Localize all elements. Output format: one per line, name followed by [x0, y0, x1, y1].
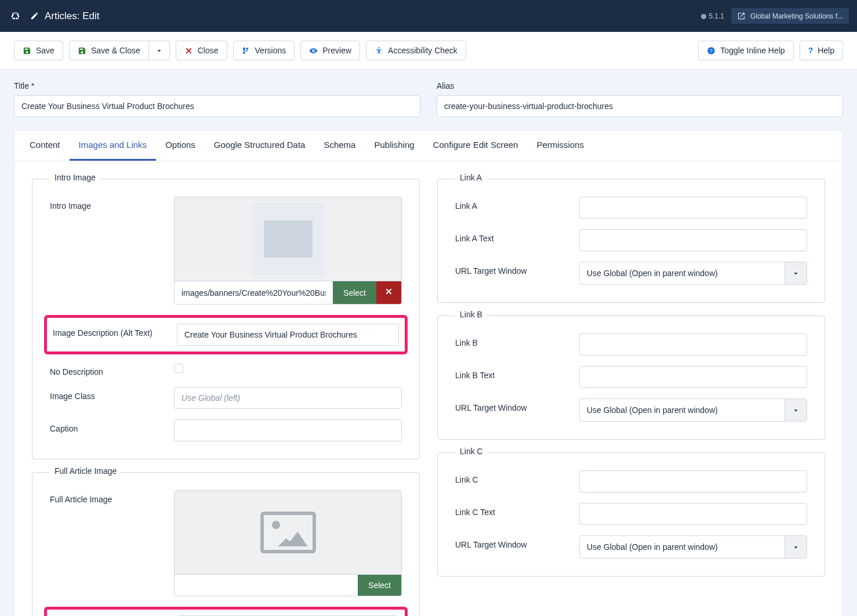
svg-point-0	[701, 14, 706, 19]
tabs: Content Images and Links Options Google …	[14, 131, 843, 161]
close-icon	[184, 46, 193, 55]
intro-no-desc-label: No Description	[50, 363, 166, 376]
link-b-text-input[interactable]	[579, 366, 807, 388]
link-a-label: Link A	[455, 197, 571, 211]
full-image-path[interactable]	[175, 575, 358, 596]
intro-image-preview	[174, 197, 402, 281]
link-b-target-label: URL Target Window	[455, 398, 571, 412]
intro-image-path[interactable]	[175, 281, 333, 304]
link-c-label: Link C	[455, 470, 571, 484]
tab-images-links[interactable]: Images and Links	[70, 131, 157, 161]
chevron-down-icon	[785, 536, 807, 558]
accessibility-button[interactable]: Accessibility Check	[366, 41, 466, 60]
alias-label: Alias	[437, 81, 843, 90]
full-image-preview	[174, 490, 402, 575]
save-close-button[interactable]: Save & Close	[69, 41, 149, 60]
chevron-down-icon	[785, 399, 807, 421]
intro-image-label: Intro Image	[50, 197, 166, 211]
full-image-legend: Full Article Image	[50, 466, 121, 476]
preview-button[interactable]: Preview	[300, 41, 360, 60]
full-image-select-button[interactable]: Select	[358, 575, 401, 596]
external-link-icon	[737, 12, 746, 20]
link-a-legend: Link A	[455, 173, 486, 182]
link-b-fieldset: Link B Link B Link B Text URL Target Win…	[437, 316, 825, 440]
toolbar: Save Save & Close Close Versions Preview…	[0, 32, 857, 70]
accessibility-icon	[375, 46, 383, 55]
help-button[interactable]: ? Help	[800, 41, 843, 60]
chevron-down-icon	[155, 46, 164, 55]
link-b-text-label: Link B Text	[455, 366, 571, 380]
link-b-target-select[interactable]: Use Global (Open in parent window)	[579, 398, 807, 422]
link-b-label: Link B	[455, 334, 571, 347]
link-c-text-label: Link C Text	[455, 503, 571, 517]
intro-caption-label: Caption	[50, 419, 166, 433]
link-b-input[interactable]	[579, 334, 807, 356]
svg-text:?: ?	[710, 48, 713, 53]
intro-image-fieldset: Intro Image Intro Image Select	[32, 179, 420, 459]
intro-image-clear-button[interactable]	[376, 281, 401, 304]
full-image-label: Full Article Image	[50, 490, 166, 504]
link-b-legend: Link B	[455, 310, 487, 319]
intro-image-legend: Intro Image	[50, 173, 100, 182]
eye-icon	[309, 46, 318, 55]
link-c-fieldset: Link C Link C Link C Text URL Target Win…	[437, 452, 825, 577]
site-chip[interactable]: Global Marketing Solutions f...	[731, 8, 849, 24]
close-button[interactable]: Close	[176, 41, 227, 60]
intro-alt-input[interactable]	[177, 324, 399, 346]
intro-image-select-button[interactable]: Select	[333, 281, 376, 304]
link-c-input[interactable]	[579, 470, 807, 492]
question-icon: ?	[707, 46, 716, 55]
tab-content[interactable]: Content	[20, 131, 70, 161]
link-c-text-input[interactable]	[579, 503, 807, 525]
topbar: Articles: Edit 5.1.1 Global Marketing So…	[0, 0, 857, 32]
svg-point-1	[378, 47, 380, 49]
intro-class-input[interactable]	[174, 387, 402, 409]
title-label: Title *	[14, 81, 420, 90]
tab-configure[interactable]: Configure Edit Screen	[424, 131, 528, 161]
chevron-down-icon	[785, 262, 807, 284]
alias-input[interactable]	[437, 95, 843, 117]
intro-alt-highlight: Image Description (Alt Text)	[44, 315, 408, 354]
save-icon	[23, 46, 31, 55]
intro-caption-input[interactable]	[174, 419, 402, 441]
full-image-fieldset: Full Article Image Full Article Image Se…	[32, 472, 420, 616]
save-button[interactable]: Save	[14, 41, 63, 60]
close-icon	[384, 287, 393, 296]
link-a-text-input[interactable]	[579, 229, 807, 251]
version-badge: 5.1.1	[700, 12, 724, 20]
link-c-legend: Link C	[455, 447, 488, 456]
link-a-text-label: Link A Text	[455, 229, 571, 243]
tab-schema[interactable]: Schema	[314, 131, 365, 161]
intro-class-label: Image Class	[50, 387, 166, 401]
page-title: Articles: Edit	[30, 10, 99, 22]
joomla-logo-icon[interactable]	[8, 9, 22, 23]
link-a-input[interactable]	[579, 197, 807, 219]
tab-permissions[interactable]: Permissions	[527, 131, 593, 161]
versions-button[interactable]: Versions	[233, 41, 295, 60]
intro-no-desc-checkbox[interactable]	[174, 364, 183, 373]
pencil-icon	[30, 12, 39, 20]
full-alt-highlight: Image Description (Alt Text)	[44, 607, 408, 616]
link-a-target-select[interactable]: Use Global (Open in parent window)	[579, 262, 807, 285]
intro-alt-label: Image Description (Alt Text)	[53, 324, 169, 338]
save-icon	[78, 46, 86, 55]
intro-image-thumb	[252, 203, 324, 275]
tab-publishing[interactable]: Publishing	[365, 131, 423, 161]
link-c-target-label: URL Target Window	[455, 535, 571, 549]
toggle-help-button[interactable]: ? Toggle Inline Help	[698, 41, 793, 60]
link-a-target-label: URL Target Window	[455, 262, 571, 276]
save-close-dropdown[interactable]	[149, 41, 170, 60]
tab-structured-data[interactable]: Google Structured Data	[205, 131, 315, 161]
link-a-fieldset: Link A Link A Link A Text URL Target Win…	[437, 179, 825, 303]
title-input[interactable]	[14, 95, 420, 117]
branch-icon	[242, 46, 250, 55]
link-c-target-select[interactable]: Use Global (Open in parent window)	[579, 535, 807, 559]
image-placeholder-icon	[260, 512, 316, 553]
tab-options[interactable]: Options	[156, 131, 205, 161]
